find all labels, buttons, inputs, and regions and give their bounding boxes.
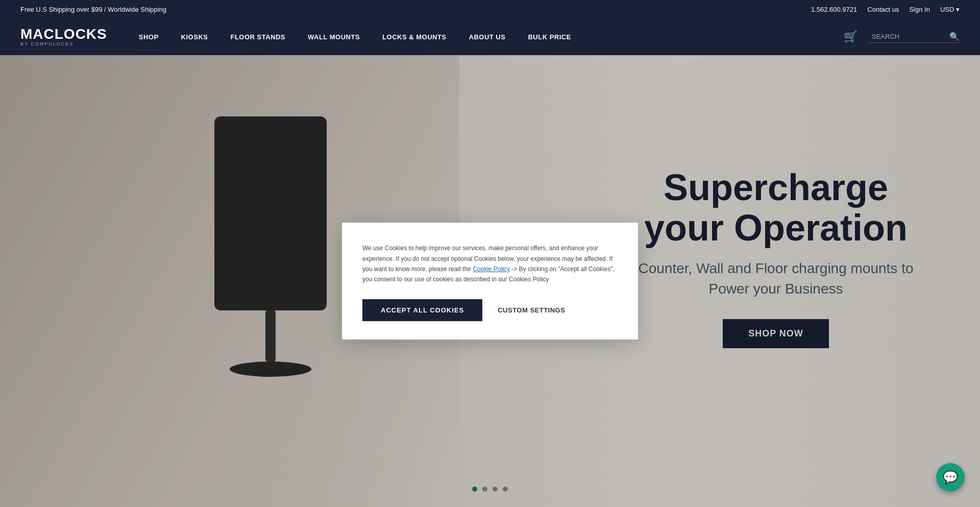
cookie-modal-overlay: We use Cookies to help improve our servi… [0,55,980,507]
chat-button[interactable]: 💬 [936,463,965,492]
search-input[interactable] [868,31,949,42]
chat-icon: 💬 [943,470,958,485]
nav-item-kiosks[interactable]: KIOSKS [170,18,219,55]
header-right: 🛒 🔍 [844,30,960,43]
accept-cookies-button[interactable]: ACCEPT ALL COOKIES [362,299,482,321]
top-bar: Free U.S Shipping over $99 / Worldwide S… [0,0,980,18]
currency-selector[interactable]: USD ▾ [940,6,960,13]
logo[interactable]: MACLOCKS BY COMPULOCKS [20,27,107,46]
cookie-modal: We use Cookies to help improve our servi… [342,223,638,340]
nav-item-floor-stands[interactable]: FLOOR STANDS [219,18,297,55]
phone-number[interactable]: 1.562.600.9721 [811,6,857,13]
nav-item-locks-mounts[interactable]: LOCKS & MOUNTS [371,18,457,55]
cookie-text: We use Cookies to help improve our servi… [362,243,618,285]
nav-item-wall-mounts[interactable]: WALL MOUNTS [297,18,371,55]
nav-item-about-us[interactable]: ABOUT US [458,18,517,55]
nav-item-shop[interactable]: SHOP [128,18,170,55]
search-container: 🔍 [868,31,960,43]
cart-icon[interactable]: 🛒 [844,30,857,43]
top-bar-right: 1.562.600.9721 Contact us Sign In USD ▾ [811,6,960,13]
custom-settings-button[interactable]: CUSTOM SETTINGS [498,306,565,314]
search-button[interactable]: 🔍 [949,32,960,41]
hero-section: Supercharge your Operation Counter, Wall… [0,55,980,507]
cookie-policy-link[interactable]: Cookie Policy [473,265,510,273]
logo-main-text: MACLOCKS [20,27,107,41]
nav-item-bulk-price[interactable]: BULK PRICE [517,18,582,55]
signin-link[interactable]: Sign In [909,6,929,13]
header: MACLOCKS BY COMPULOCKS SHOPKIOSKSFLOOR S… [0,18,980,55]
cookie-buttons: ACCEPT ALL COOKIES CUSTOM SETTINGS [362,299,618,321]
logo-sub-text: BY COMPULOCKS [20,41,107,46]
contact-link[interactable]: Contact us [867,6,899,13]
shipping-text: Free U.S Shipping over $99 / Worldwide S… [20,6,166,13]
main-nav: SHOPKIOSKSFLOOR STANDSWALL MOUNTSLOCKS &… [128,18,844,55]
